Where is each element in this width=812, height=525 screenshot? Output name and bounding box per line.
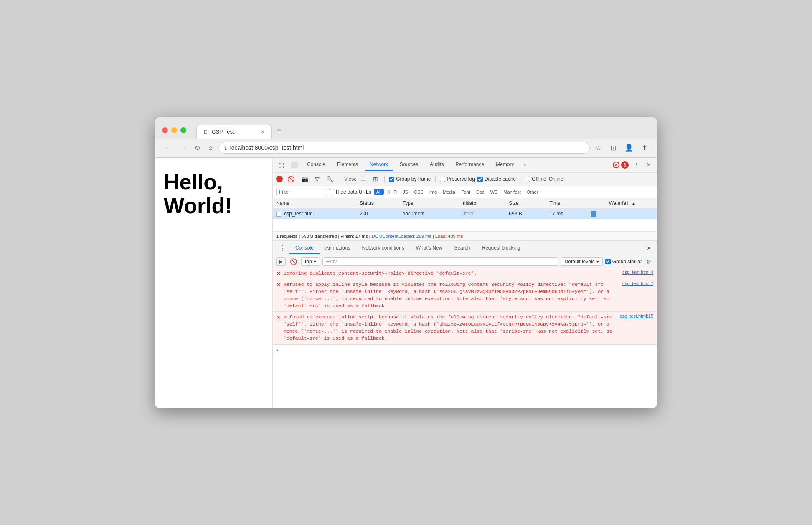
inspect-element-button[interactable]: ⬚ [276,160,287,170]
close-traffic-light[interactable] [162,127,168,133]
row-size: 693 B [505,208,546,219]
console-msg-source-3[interactable]: csp_test.html:15 [620,313,653,318]
tab-page-icon: 🗋 [203,129,208,135]
bookmark-button[interactable]: ☆ [593,142,604,154]
filter-button[interactable]: ▽ [313,174,322,184]
col-status[interactable]: Status [356,198,399,209]
col-name[interactable]: Name [273,198,356,209]
grid-view-button[interactable]: ⊞ [371,174,380,184]
console-tab-whats-new[interactable]: What's New [410,242,449,254]
hide-data-urls-label[interactable]: Hide data URLs [329,189,371,195]
console-close-button[interactable]: × [645,243,653,254]
devtools-close-button[interactable]: × [645,159,653,170]
browser-tab[interactable]: 🗋 CSP Test × [196,125,272,139]
console-tab-console[interactable]: Console [289,242,320,254]
clear-button[interactable]: 🚫 [285,174,297,184]
cast-button[interactable]: ⊡ [608,142,619,154]
preserve-log-label[interactable]: Preserve log [440,176,475,182]
filter-chip-xhr[interactable]: XHR [385,189,399,195]
file-icon [276,212,281,217]
console-play-button[interactable]: ▶ [276,257,286,266]
col-waterfall[interactable]: Waterfall ▲ [588,198,657,209]
back-button[interactable]: ← [162,142,174,153]
filter-chip-manifest[interactable]: Manifest [501,189,523,195]
refresh-button[interactable]: ↻ [192,142,203,154]
filter-chip-other[interactable]: Other [524,189,541,195]
address-bar[interactable]: ℹ localhost:8000/csp_test.html [218,142,590,154]
console-tab-menu-button[interactable]: ⋮ [276,242,289,255]
console-block-button[interactable]: 🚫 [288,257,299,266]
console-message-2[interactable]: ✕ Refused to apply inline style because … [273,279,657,312]
separator-4 [520,176,520,182]
list-view-button[interactable]: ☰ [359,174,368,184]
search-button[interactable]: 🔍 [324,174,335,184]
network-filter-input[interactable] [276,188,326,196]
home-button[interactable]: ⌂ [206,142,215,153]
levels-button[interactable]: Default levels ▾ [561,257,603,266]
row-name: csp_test.html [273,208,356,219]
filter-chip-css[interactable]: CSS [411,189,426,195]
row-time: 17 ms [546,208,588,219]
load-link[interactable]: Load: 409 ms [435,234,463,239]
devtools-tab-audits[interactable]: Audits [425,159,449,171]
group-similar-checkbox[interactable] [605,259,611,264]
filter-chip-js[interactable]: JS [400,189,411,195]
sort-arrow: ▲ [632,201,636,206]
minimize-traffic-light[interactable] [171,127,177,133]
console-msg-source-1[interactable]: csp_test.html:4 [622,270,653,275]
disable-cache-checkbox[interactable] [477,177,483,182]
filter-chip-font[interactable]: Font [459,189,473,195]
disable-cache-label[interactable]: Disable cache [477,176,516,182]
console-tab-animations[interactable]: Animations [320,242,356,254]
col-size[interactable]: Size [505,198,546,209]
preserve-log-checkbox[interactable] [440,177,445,182]
more-tabs-button[interactable]: » [521,160,529,169]
console-context-select[interactable]: top ▾ [301,257,320,266]
filter-chip-all[interactable]: All [374,189,384,195]
devtools-tab-memory[interactable]: Memory [491,159,519,171]
offline-checkbox[interactable] [525,177,530,182]
hide-data-urls-checkbox[interactable] [329,189,334,194]
console-tab-search[interactable]: Search [448,242,476,254]
filter-chip-img[interactable]: Img [427,189,439,195]
console-tab-request-blocking[interactable]: Request blocking [476,242,526,254]
console-settings-button[interactable]: ⚙ [645,257,653,266]
filter-chip-media[interactable]: Media [440,189,458,195]
col-initiator[interactable]: Initiator [458,198,506,209]
profile-button[interactable]: 👤 [622,142,636,154]
dom-content-loaded-link[interactable]: DOMContentLoaded: 269 ms [372,234,431,239]
forward-button[interactable]: → [177,142,189,153]
update-button[interactable]: ⬆ [639,142,650,154]
group-by-frame-checkbox[interactable] [389,177,394,182]
main-area: Hello,World! ⬚ ⬜ Console Elements Networ… [155,158,657,408]
record-button[interactable] [276,176,283,182]
devtools-menu-button[interactable]: ⋮ [631,160,642,170]
camera-button[interactable]: 📷 [299,174,310,184]
filter-chip-doc[interactable]: Doc [474,189,487,195]
devtools-tab-network[interactable]: Network [365,159,393,171]
tab-close-button[interactable]: × [261,129,264,135]
console-filter-input[interactable] [322,257,558,266]
device-toggle-button[interactable]: ⬜ [288,160,300,170]
devtools-tab-elements[interactable]: Elements [332,159,363,171]
console-msg-source-2[interactable]: csp_test.html:7 [622,281,653,286]
col-time[interactable]: Time [546,198,588,209]
console-msg-text-2: Refused to apply inline style because it… [284,281,620,310]
col-type[interactable]: Type [399,198,458,209]
maximize-traffic-light[interactable] [180,127,186,133]
browser-window: 🗋 CSP Test × + ← → ↻ ⌂ ℹ localhost:8000/… [155,117,657,408]
filter-chip-ws[interactable]: WS [488,189,500,195]
group-by-frame-label[interactable]: Group by frame [389,176,431,182]
new-tab-button[interactable]: + [272,122,287,139]
devtools-tab-sources[interactable]: Sources [395,159,423,171]
group-similar-label[interactable]: Group similar [605,259,642,265]
devtools-tab-performance[interactable]: Performance [450,159,489,171]
console-message-1[interactable]: ✕ Ignoring duplicate Content-Security-Po… [273,268,657,279]
console-message-3[interactable]: ✕ Refused to execute inline script becau… [273,312,657,344]
console-input[interactable] [281,347,653,353]
offline-label[interactable]: Offline [525,176,546,182]
console-tab-network-conditions[interactable]: Network conditions [356,242,410,254]
offline-text: Offline [532,176,546,182]
devtools-tab-console[interactable]: Console [302,159,330,171]
table-row[interactable]: csp_test.html 200 document Other 693 B 1… [273,208,657,219]
